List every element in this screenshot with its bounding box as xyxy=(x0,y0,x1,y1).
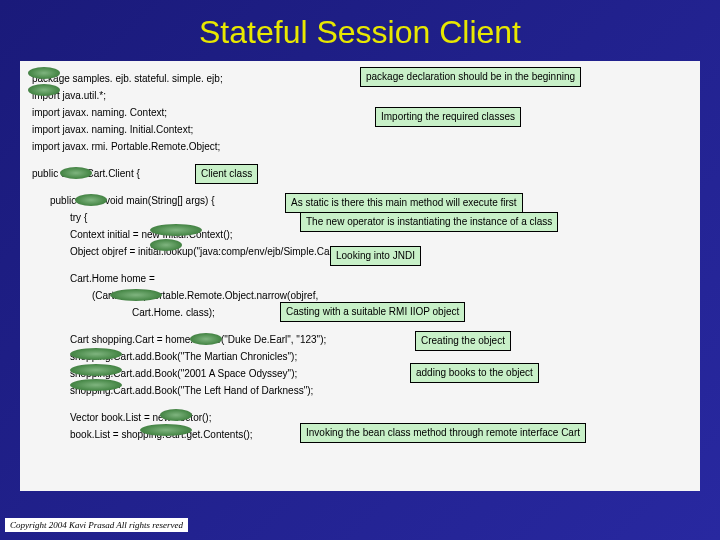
annotation-importing: Importing the required classes xyxy=(375,107,521,127)
annotation-package-decl: package declaration should be in the beg… xyxy=(360,67,581,87)
marker-icon xyxy=(60,167,92,179)
copyright-text: Copyright 2004 Kavi Prasad All rights re… xyxy=(5,518,188,532)
code-line: shopping.Cart.add.Book("The Martian Chro… xyxy=(32,349,688,365)
annotation-casting: Casting with a suitable RMI IIOP object xyxy=(280,302,465,322)
annotation-client-class: Client class xyxy=(195,164,258,184)
code-line: import javax. naming. Initial.Context; xyxy=(32,122,688,138)
code-line: shopping.Cart.add.Book("2001 A Space Ody… xyxy=(32,366,688,382)
slide-title: Stateful Session Client xyxy=(0,0,720,61)
marker-icon xyxy=(190,333,222,345)
marker-icon xyxy=(70,379,122,391)
code-line: shopping.Cart.add.Book("The Left Hand of… xyxy=(32,383,688,399)
annotation-adding-books: adding books to the object xyxy=(410,363,539,383)
annotation-static-main: As static is there this main method will… xyxy=(285,193,523,213)
code-line: import javax. naming. Context; xyxy=(32,105,688,121)
code-line: Cart shopping.Cart = home.create("Duke D… xyxy=(32,332,688,348)
code-panel: package samples. ejb. stateful. simple. … xyxy=(20,61,700,491)
marker-icon xyxy=(150,239,182,251)
marker-icon xyxy=(75,194,107,206)
marker-icon xyxy=(140,424,192,436)
code-line: import javax. rmi. Portable.Remote.Objec… xyxy=(32,139,688,155)
marker-icon xyxy=(150,224,202,236)
annotation-creating-object: Creating the object xyxy=(415,331,511,351)
marker-icon xyxy=(160,409,192,421)
code-line: public class Cart.Client { xyxy=(32,166,688,182)
marker-icon xyxy=(70,364,122,376)
code-line: Cart.Home home = xyxy=(32,271,688,287)
annotation-invoking-bean: Invoking the bean class method through r… xyxy=(300,423,586,443)
code-line: import java.util.*; xyxy=(32,88,688,104)
marker-icon xyxy=(28,67,60,79)
marker-icon xyxy=(70,348,122,360)
marker-icon xyxy=(28,84,60,96)
annotation-new-operator: The new operator is instantiating the in… xyxy=(300,212,558,232)
annotation-jndi-lookup: Looking into JNDI xyxy=(330,246,421,266)
marker-icon xyxy=(110,289,162,301)
